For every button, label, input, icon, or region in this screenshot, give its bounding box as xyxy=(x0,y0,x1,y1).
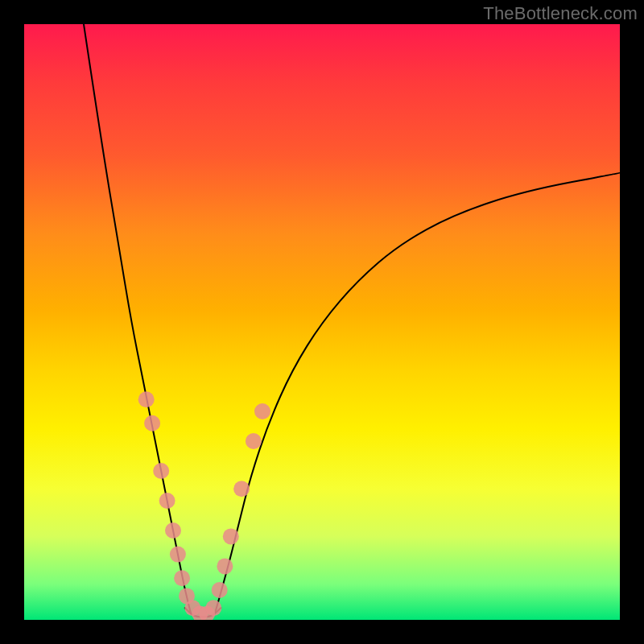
highlight-dot xyxy=(205,600,221,616)
highlight-dot xyxy=(217,558,233,574)
highlight-dot xyxy=(223,528,239,544)
highlight-dot xyxy=(254,403,270,419)
dots-layer xyxy=(138,391,270,620)
highlight-dot xyxy=(144,415,160,431)
chart-frame: TheBottleneck.com xyxy=(0,0,644,644)
highlight-dot xyxy=(233,481,250,497)
highlight-dot xyxy=(153,463,169,479)
highlight-dot xyxy=(138,391,155,407)
highlight-dot xyxy=(165,522,181,539)
highlight-dot xyxy=(174,570,190,586)
watermark-text: TheBottleneck.com xyxy=(483,3,638,24)
chart-svg xyxy=(24,24,620,620)
highlight-dot xyxy=(246,433,262,449)
plot-area xyxy=(24,24,620,620)
highlight-dot xyxy=(170,547,186,563)
highlight-dot xyxy=(159,493,175,509)
series-right-curve xyxy=(215,173,620,614)
curve-layer xyxy=(84,24,620,617)
highlight-dot xyxy=(212,582,228,598)
